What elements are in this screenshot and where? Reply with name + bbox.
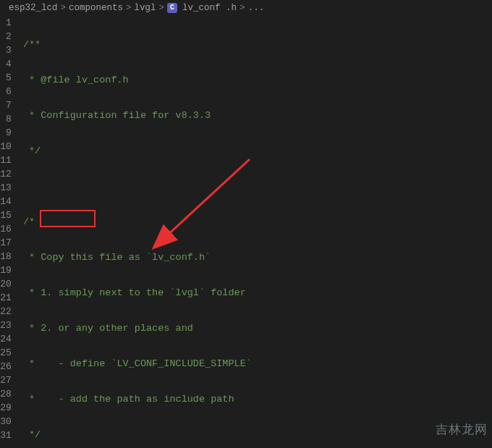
- line-number: 14: [0, 195, 12, 208]
- line-number: 13: [0, 181, 12, 195]
- line-number: 21: [0, 291, 12, 305]
- line-number: 31: [0, 428, 12, 442]
- line-number: 18: [0, 250, 12, 263]
- line-number: 24: [0, 332, 12, 346]
- line-number: 27: [0, 373, 12, 387]
- code-line[interactable]: * 1. simply next to the `lvgl` folder: [23, 286, 492, 300]
- chevron-right-icon: >: [239, 3, 245, 13]
- code-line[interactable]: * - add the path as include path: [23, 392, 492, 406]
- breadcrumb-seg-lvgl[interactable]: lvgl: [135, 3, 156, 13]
- line-number: 20: [0, 277, 12, 291]
- code-line[interactable]: /*: [23, 215, 492, 229]
- line-number: 8: [0, 112, 12, 126]
- breadcrumb[interactable]: esp32_lcd > components > lvgl > C lv_con…: [0, 0, 492, 16]
- code-line[interactable]: * 2. or any other places and: [23, 321, 492, 335]
- line-number: 30: [0, 415, 12, 428]
- code-line[interactable]: /**: [23, 38, 492, 51]
- line-number: 4: [0, 57, 12, 71]
- code-line[interactable]: */: [23, 144, 492, 158]
- line-number: 1: [0, 16, 12, 30]
- line-number: 17: [0, 236, 12, 250]
- line-number: 16: [0, 222, 12, 236]
- chevron-right-icon: >: [61, 3, 67, 13]
- file-type-c-icon: C: [167, 3, 177, 13]
- code-line[interactable]: */: [23, 428, 492, 441]
- code-area[interactable]: /** * @file lv_conf.h * Configuration fi…: [23, 16, 492, 448]
- line-number: 22: [0, 305, 12, 318]
- code-line[interactable]: * Copy this file as `lv_conf.h`: [23, 250, 492, 264]
- line-number: 25: [0, 346, 12, 360]
- line-number: 7: [0, 98, 12, 112]
- line-number: 11: [0, 153, 12, 167]
- code-line[interactable]: * - define `LV_CONF_INCLUDE_SIMPLE`: [23, 357, 492, 371]
- breadcrumb-seg-more[interactable]: ...: [248, 3, 265, 13]
- line-number: 3: [0, 43, 12, 57]
- line-number: 15: [0, 208, 12, 222]
- line-number: 10: [0, 140, 12, 153]
- line-number: 9: [0, 126, 12, 140]
- chevron-right-icon: >: [159, 3, 165, 13]
- line-number: 5: [0, 71, 12, 85]
- breadcrumb-seg-project[interactable]: esp32_lcd: [9, 3, 58, 13]
- breadcrumb-seg-file[interactable]: lv_conf .h: [182, 3, 237, 13]
- line-number: 23: [0, 318, 12, 332]
- line-number: 2: [0, 30, 12, 43]
- line-number: 26: [0, 360, 12, 373]
- code-line[interactable]: [23, 179, 492, 193]
- line-number: 29: [0, 401, 12, 415]
- code-line[interactable]: * @file lv_conf.h: [23, 73, 492, 87]
- breadcrumb-seg-components[interactable]: components: [69, 3, 123, 13]
- line-number: 12: [0, 167, 12, 181]
- code-line[interactable]: * Configuration file for v8.3.3: [23, 109, 492, 122]
- code-editor[interactable]: 1 2 3 4 5 6 7 8 9 10 11 12 13 14 15 16 1…: [0, 16, 492, 448]
- line-number: 28: [0, 387, 12, 401]
- line-number: 19: [0, 263, 12, 277]
- chevron-right-icon: >: [126, 3, 132, 13]
- line-number-gutter: 1 2 3 4 5 6 7 8 9 10 11 12 13 14 15 16 1…: [0, 16, 23, 448]
- line-number: 6: [0, 85, 12, 98]
